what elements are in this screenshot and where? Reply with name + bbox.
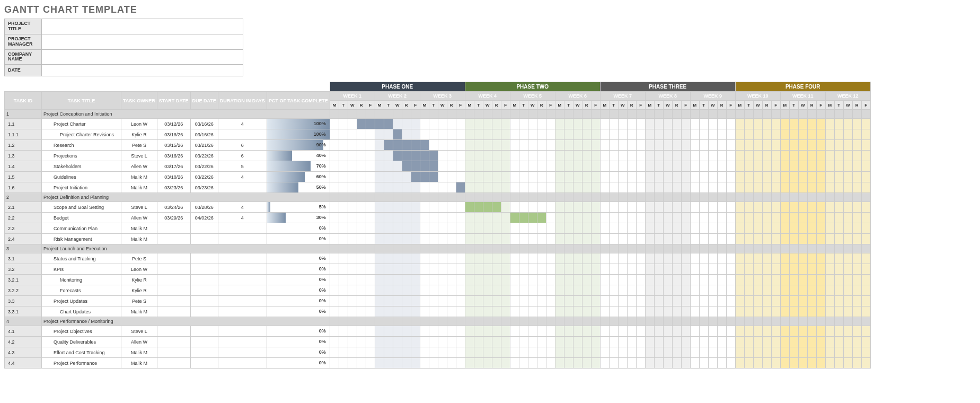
gantt-cell[interactable] bbox=[537, 317, 546, 326]
gantt-cell[interactable] bbox=[762, 296, 771, 306]
gantt-cell[interactable] bbox=[474, 223, 483, 234]
gantt-cell[interactable] bbox=[852, 202, 861, 213]
gantt-cell[interactable] bbox=[537, 326, 546, 337]
gantt-cell[interactable] bbox=[393, 285, 402, 296]
gantt-cell[interactable] bbox=[519, 110, 528, 119]
gantt-cell[interactable] bbox=[492, 151, 501, 161]
pct-complete[interactable]: 40% bbox=[267, 151, 330, 161]
gantt-cell[interactable] bbox=[438, 275, 447, 285]
gantt-cell[interactable] bbox=[645, 358, 654, 369]
gantt-cell[interactable] bbox=[393, 129, 402, 140]
gantt-cell[interactable] bbox=[546, 296, 555, 306]
gantt-cell[interactable] bbox=[591, 285, 600, 296]
gantt-cell[interactable] bbox=[744, 119, 753, 129]
gantt-cell[interactable] bbox=[519, 326, 528, 337]
gantt-cell[interactable] bbox=[735, 275, 744, 285]
gantt-cell[interactable] bbox=[483, 110, 492, 119]
gantt-cell[interactable] bbox=[861, 213, 870, 223]
gantt-cell[interactable] bbox=[393, 326, 402, 337]
gantt-cell[interactable] bbox=[798, 182, 807, 193]
gantt-cell[interactable] bbox=[618, 110, 627, 119]
task-id[interactable]: 3.3 bbox=[5, 296, 42, 306]
gantt-cell[interactable] bbox=[672, 223, 681, 234]
gantt-cell[interactable] bbox=[834, 213, 843, 223]
pct-complete[interactable]: 0% bbox=[267, 306, 330, 317]
gantt-cell[interactable] bbox=[474, 347, 483, 358]
task-title[interactable]: Project Charter Revisions bbox=[42, 129, 121, 140]
gantt-cell[interactable] bbox=[591, 253, 600, 264]
gantt-cell[interactable] bbox=[420, 202, 429, 213]
gantt-cell[interactable] bbox=[519, 317, 528, 326]
gantt-cell[interactable] bbox=[843, 306, 852, 317]
gantt-cell[interactable] bbox=[591, 337, 600, 347]
gantt-cell[interactable] bbox=[834, 337, 843, 347]
gantt-cell[interactable] bbox=[861, 275, 870, 285]
gantt-cell[interactable] bbox=[717, 317, 726, 326]
gantt-cell[interactable] bbox=[528, 119, 537, 129]
gantt-cell[interactable] bbox=[735, 358, 744, 369]
gantt-cell[interactable] bbox=[519, 296, 528, 306]
gantt-cell[interactable] bbox=[519, 129, 528, 140]
gantt-cell[interactable] bbox=[528, 110, 537, 119]
gantt-cell[interactable] bbox=[600, 285, 609, 296]
gantt-cell[interactable] bbox=[582, 223, 591, 234]
gantt-cell[interactable] bbox=[699, 172, 708, 182]
duration[interactable] bbox=[218, 358, 267, 369]
gantt-cell[interactable] bbox=[429, 326, 438, 337]
gantt-cell[interactable] bbox=[375, 358, 384, 369]
gantt-cell[interactable] bbox=[465, 172, 474, 182]
gantt-cell[interactable] bbox=[717, 161, 726, 172]
task-owner[interactable]: Malik M bbox=[121, 172, 157, 182]
gantt-cell[interactable] bbox=[762, 326, 771, 337]
gantt-cell[interactable] bbox=[609, 244, 618, 253]
task-id[interactable]: 3.3.1 bbox=[5, 306, 42, 317]
gantt-cell[interactable] bbox=[789, 161, 798, 172]
gantt-cell[interactable] bbox=[357, 285, 366, 296]
gantt-cell[interactable] bbox=[330, 306, 339, 317]
gantt-cell[interactable] bbox=[708, 358, 717, 369]
gantt-cell[interactable] bbox=[420, 326, 429, 337]
gantt-cell[interactable] bbox=[537, 358, 546, 369]
gantt-cell[interactable] bbox=[420, 172, 429, 182]
gantt-cell[interactable] bbox=[375, 264, 384, 275]
gantt-cell[interactable] bbox=[546, 129, 555, 140]
gantt-cell[interactable] bbox=[807, 151, 816, 161]
gantt-cell[interactable] bbox=[789, 358, 798, 369]
gantt-cell[interactable] bbox=[645, 253, 654, 264]
gantt-cell[interactable] bbox=[447, 202, 456, 213]
gantt-cell[interactable] bbox=[537, 253, 546, 264]
gantt-cell[interactable] bbox=[816, 140, 825, 151]
gantt-cell[interactable] bbox=[375, 213, 384, 223]
gantt-cell[interactable] bbox=[375, 244, 384, 253]
gantt-cell[interactable] bbox=[492, 182, 501, 193]
gantt-cell[interactable] bbox=[600, 337, 609, 347]
pct-complete[interactable]: 0% bbox=[267, 253, 330, 264]
gantt-cell[interactable] bbox=[537, 234, 546, 244]
gantt-cell[interactable] bbox=[465, 202, 474, 213]
gantt-cell[interactable] bbox=[645, 275, 654, 285]
gantt-cell[interactable] bbox=[474, 172, 483, 182]
gantt-cell[interactable] bbox=[762, 244, 771, 253]
gantt-cell[interactable] bbox=[447, 223, 456, 234]
gantt-cell[interactable] bbox=[834, 172, 843, 182]
gantt-cell[interactable] bbox=[753, 182, 762, 193]
due-date[interactable]: 03/16/26 bbox=[190, 129, 218, 140]
gantt-cell[interactable] bbox=[798, 275, 807, 285]
gantt-cell[interactable] bbox=[852, 358, 861, 369]
gantt-cell[interactable] bbox=[861, 223, 870, 234]
duration[interactable] bbox=[218, 296, 267, 306]
gantt-cell[interactable] bbox=[339, 202, 348, 213]
gantt-cell[interactable] bbox=[411, 223, 420, 234]
task-title[interactable]: KPIs bbox=[42, 264, 121, 275]
gantt-cell[interactable] bbox=[771, 202, 780, 213]
gantt-cell[interactable] bbox=[789, 253, 798, 264]
gantt-cell[interactable] bbox=[366, 213, 375, 223]
task-owner[interactable]: Malik M bbox=[121, 234, 157, 244]
gantt-cell[interactable] bbox=[573, 317, 582, 326]
gantt-cell[interactable] bbox=[393, 202, 402, 213]
gantt-cell[interactable] bbox=[474, 182, 483, 193]
gantt-cell[interactable] bbox=[834, 358, 843, 369]
gantt-cell[interactable] bbox=[447, 296, 456, 306]
gantt-cell[interactable] bbox=[798, 129, 807, 140]
gantt-cell[interactable] bbox=[420, 140, 429, 151]
